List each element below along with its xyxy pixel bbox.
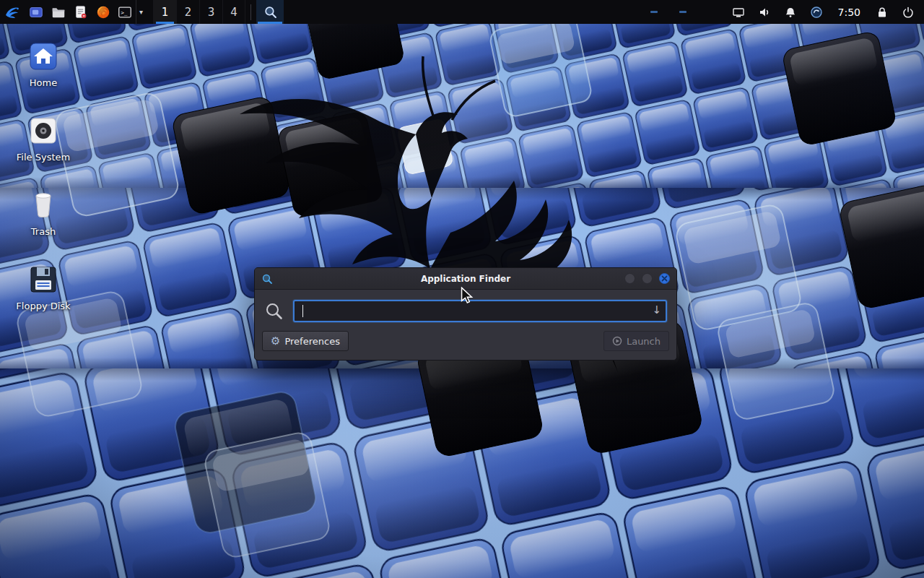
workspace-3-label: 3 [208, 6, 215, 19]
preferences-button[interactable]: ⚙ Preferences [262, 331, 349, 351]
desktop-icon-trash[interactable]: Trash [9, 189, 78, 237]
workspace-3-button[interactable]: 3 [199, 0, 222, 24]
system-tray: 7:50 [650, 0, 924, 24]
lock-icon [876, 6, 889, 19]
desktop-icon-label: Home [30, 77, 57, 88]
terminal-icon: >_ [117, 4, 133, 20]
search-input[interactable] [293, 300, 667, 322]
window-controls [624, 273, 670, 284]
workspace-2-label: 2 [185, 6, 192, 19]
drive-icon [27, 115, 59, 147]
search-row: ↓ [255, 290, 676, 329]
workspace-4-button[interactable]: 4 [222, 0, 245, 24]
desktop-icon-label: File System [17, 152, 70, 163]
launcher-terminal[interactable]: >_ [114, 0, 136, 24]
power-icon [902, 6, 915, 19]
close-icon [661, 275, 668, 282]
launch-label: Launch [627, 336, 661, 347]
application-finder-icon [261, 273, 273, 285]
display-tray-icon[interactable] [731, 5, 746, 20]
launcher-file-manager[interactable] [47, 0, 69, 24]
display-icon [732, 6, 745, 19]
titlebar[interactable]: Application Finder [255, 268, 676, 290]
lock-screen-button[interactable] [875, 5, 889, 20]
panel-launchers: >_ ▾ [0, 0, 146, 24]
workspace-switcher: 1 2 3 4 [153, 0, 245, 24]
search-input-wrap: ↓ [293, 300, 667, 322]
text-caret [302, 305, 303, 317]
firefox-icon [95, 4, 111, 20]
workspace-1-label: 1 [162, 6, 169, 19]
desktop-icon-floppy-disk[interactable]: Floppy Disk [9, 264, 78, 311]
tray-indicator[interactable] [679, 11, 687, 13]
launcher-firefox[interactable] [92, 0, 114, 24]
launch-button[interactable]: Launch [603, 331, 669, 351]
launch-icon [612, 336, 622, 346]
minimize-button[interactable] [624, 273, 635, 284]
workspace-1-button[interactable]: 1 [153, 0, 176, 24]
dropdown-arrow-icon[interactable]: ↓ [652, 303, 661, 316]
workspace-2-button[interactable]: 2 [176, 0, 199, 24]
taskbar-application-finder[interactable] [256, 0, 284, 24]
launcher-text-editor[interactable] [69, 0, 92, 24]
workspace-4-label: 4 [230, 6, 237, 19]
preferences-label: Preferences [284, 336, 339, 347]
gear-icon: ⚙ [271, 336, 280, 347]
document-icon [73, 4, 89, 20]
notifications-tray-icon[interactable] [783, 5, 798, 20]
top-panel: >_ ▾ 1 2 3 4 [0, 0, 924, 24]
status-orb-icon [810, 6, 823, 19]
maximize-button[interactable] [642, 273, 653, 284]
chevron-down-icon: ▾ [139, 8, 143, 16]
clock[interactable]: 7:50 [835, 7, 863, 18]
trash-icon [27, 189, 59, 221]
svg-text:>_: >_ [121, 9, 128, 16]
desktop-icon-file-system[interactable]: File System [9, 115, 78, 163]
desktop-icon-home[interactable]: Home [9, 40, 78, 88]
bell-icon [784, 6, 797, 19]
logout-button[interactable] [901, 5, 915, 20]
volume-icon [758, 6, 771, 19]
desktop-icon-label: Trash [31, 226, 56, 237]
tray-indicator[interactable] [650, 11, 658, 13]
volume-tray-icon[interactable] [757, 5, 772, 20]
folder-icon [51, 4, 66, 20]
tray-indicators [650, 11, 687, 13]
floppy-icon [27, 264, 59, 296]
desktop-icon-column: Home File System Trash [9, 40, 78, 311]
kali-menu-button[interactable] [0, 0, 25, 24]
search-icon [263, 5, 277, 19]
desktop-icon-label: Floppy Disk [16, 301, 70, 311]
terminal-dropdown-arrow[interactable]: ▾ [136, 0, 146, 24]
home-icon [27, 40, 59, 72]
launcher-window-switcher[interactable] [25, 0, 47, 24]
button-row: ⚙ Preferences Launch [255, 329, 676, 360]
window-title: Application Finder [255, 274, 676, 284]
window-icon [28, 4, 44, 20]
application-finder-window: Application Finder ↓ [254, 267, 677, 361]
status-orb-tray-icon[interactable] [809, 5, 824, 20]
search-icon [264, 301, 284, 321]
panel-separator [250, 4, 251, 20]
desktop-root: >_ ▾ 1 2 3 4 [0, 0, 924, 578]
kali-logo-icon [4, 4, 21, 21]
close-button[interactable] [659, 273, 670, 284]
